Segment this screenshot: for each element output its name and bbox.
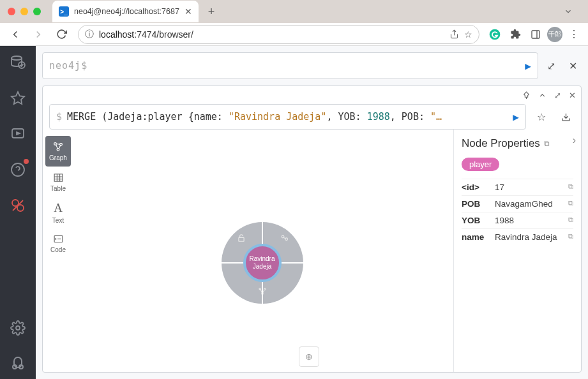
nav-forward-button[interactable] [28, 24, 49, 45]
traffic-lights [8, 8, 41, 15]
prop-row: YOB 1988 ⧉ [462, 212, 573, 228]
editor-run-button[interactable]: ▶ [525, 60, 531, 72]
prop-value: Ravindra Jadeja [495, 232, 568, 242]
svg-point-16 [19, 365, 23, 369]
node-label-badge[interactable]: player [462, 158, 499, 171]
tab-title: neo4j@neo4j://localhost:7687 [74, 7, 179, 16]
graph-node[interactable]: RavindraJadeja [243, 244, 282, 282]
window-minimize-button[interactable] [20, 8, 28, 15]
svg-point-15 [13, 365, 17, 369]
sidebar-about-icon[interactable] [9, 355, 27, 373]
sidebar-database-icon[interactable] [9, 54, 27, 71]
nav-reload-button[interactable] [51, 24, 72, 45]
window-titlebar: >_ neo4j@neo4j://localhost:7687 ✕ + [0, 0, 588, 23]
share-icon[interactable] [449, 29, 459, 39]
sidebar-guides-icon[interactable] [9, 125, 27, 143]
svg-marker-6 [11, 92, 24, 104]
window-zoom-button[interactable] [33, 8, 41, 15]
view-tab-code[interactable]: Code [45, 228, 71, 258]
svg-line-22 [59, 145, 61, 149]
sidebar-sync-icon[interactable] [9, 197, 27, 214]
editor-prompt: neo4j$ [49, 60, 87, 71]
table-view-icon [53, 172, 64, 183]
query-rerun-button[interactable]: ▶ [513, 111, 519, 123]
neo4j-sidebar [0, 46, 36, 379]
copy-icon[interactable]: ⧉ [568, 199, 573, 209]
view-tab-label: Text [52, 217, 64, 224]
svg-point-4 [11, 56, 22, 60]
code-view-icon [53, 234, 64, 244]
ring-unlock-icon[interactable] [237, 234, 246, 242]
prop-key: POB [462, 199, 495, 209]
prop-row: POB NavagamGhed ⧉ [462, 195, 573, 212]
query-text: MERGE (Jadeja:player {name: "Ravindra Ja… [67, 111, 513, 123]
view-tab-table[interactable]: Table [45, 167, 71, 197]
prop-value: NavagamGhed [495, 199, 568, 209]
tab-close-button[interactable]: ✕ [185, 6, 192, 17]
prop-row: name Ravindra Jadeja ⧉ [462, 228, 573, 245]
browser-tab[interactable]: >_ neo4j@neo4j://localhost:7687 ✕ [52, 1, 199, 22]
query-display[interactable]: $ MERGE (Jadeja:player {name: "Ravindra … [49, 104, 526, 130]
bookmark-star-icon[interactable]: ☆ [464, 29, 472, 40]
zoom-fit-button[interactable]: ⊕ [299, 346, 319, 367]
svg-point-1 [490, 29, 501, 40]
node-context-ring: RavindraJadeja [222, 222, 303, 304]
copy-all-icon[interactable]: ⧉ [544, 139, 550, 148]
sidebar-favorites-icon[interactable] [9, 89, 27, 107]
svg-point-9 [11, 163, 24, 176]
copy-icon[interactable]: ⧉ [568, 232, 573, 242]
grammarly-extension-icon[interactable] [486, 26, 504, 43]
svg-line-39 [262, 290, 264, 293]
side-panel-icon[interactable] [527, 26, 545, 43]
site-info-icon[interactable]: ⓘ [85, 29, 94, 40]
copy-icon[interactable]: ⧉ [568, 182, 573, 192]
graph-canvas[interactable]: RavindraJadeja ⊕ [71, 130, 453, 372]
frame-fullscreen-button[interactable]: ⤢ [554, 91, 561, 100]
prop-value: 1988 [495, 216, 568, 225]
svg-rect-2 [532, 31, 539, 38]
browser-toolbar: ⓘ localhost:7474/browser/ ☆ 千郎 ⋮ [0, 23, 588, 46]
browser-menu-button[interactable]: ⋮ [565, 26, 583, 43]
svg-rect-24 [54, 174, 63, 181]
view-tab-label: Table [50, 185, 66, 192]
query-download-button[interactable] [557, 108, 575, 126]
frame-close-button[interactable]: ✕ [569, 91, 576, 100]
extensions-icon[interactable] [506, 26, 524, 43]
profile-avatar[interactable]: 千郎 [547, 27, 562, 42]
window-close-button[interactable] [8, 8, 15, 15]
sidebar-settings-icon[interactable] [9, 319, 27, 337]
svg-marker-8 [17, 132, 20, 135]
prop-key: <id> [462, 182, 495, 192]
ring-remove-icon[interactable] [257, 286, 267, 296]
prop-value: 17 [495, 182, 568, 192]
view-tab-text[interactable]: A Text [45, 197, 71, 228]
url-bar[interactable]: ⓘ localhost:7474/browser/ ☆ [78, 25, 479, 44]
svg-line-21 [56, 145, 58, 149]
url-text: localhost:7474/browser/ [99, 29, 444, 40]
frame-pin-button[interactable] [522, 91, 531, 100]
properties-panel: › Node Properties ⧉ player <id> 17 ⧉ PO [453, 130, 581, 372]
new-tab-button[interactable]: + [202, 3, 220, 20]
nav-back-button[interactable] [5, 24, 26, 45]
editor-fullscreen-button[interactable]: ⤢ [542, 57, 560, 75]
browser-tabstrip: >_ neo4j@neo4j://localhost:7687 ✕ + [52, 0, 220, 23]
view-tab-graph[interactable]: Graph [45, 136, 71, 167]
sidebar-help-icon[interactable] [9, 161, 27, 179]
query-favorite-button[interactable]: ☆ [532, 108, 550, 126]
svg-point-14 [16, 326, 20, 330]
copy-icon[interactable]: ⧉ [568, 216, 573, 225]
svg-rect-31 [238, 237, 243, 241]
prop-key: YOB [462, 216, 495, 225]
query-prompt-icon: $ [56, 111, 62, 123]
notification-dot [24, 159, 29, 164]
svg-line-23 [56, 144, 60, 145]
frame-collapse-button[interactable] [538, 91, 547, 100]
tab-list-button[interactable] [556, 4, 580, 19]
editor-close-button[interactable]: ✕ [564, 57, 582, 75]
properties-collapse-button[interactable]: › [573, 135, 576, 146]
ring-expand-icon[interactable] [280, 234, 289, 243]
prop-row: <id> 17 ⧉ [462, 179, 573, 195]
properties-title: Node Properties ⧉ [462, 137, 573, 150]
graph-view-icon [52, 141, 64, 152]
cypher-editor[interactable]: neo4j$ ▶ [42, 52, 538, 79]
